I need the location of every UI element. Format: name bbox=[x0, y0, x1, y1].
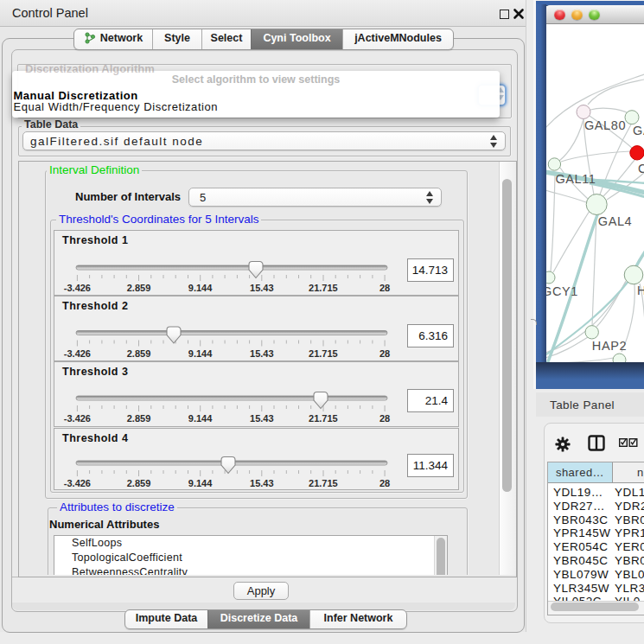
svg-text:GAL80: GAL80 bbox=[584, 118, 626, 132]
svg-text:C: C bbox=[638, 162, 644, 175]
svg-text:GCY1: GCY1 bbox=[546, 284, 578, 298]
svg-text:GAL4: GAL4 bbox=[598, 214, 632, 228]
svg-text:GA: GA bbox=[633, 124, 644, 137]
svg-text:HI: HI bbox=[637, 284, 644, 297]
svg-text:HAP2: HAP2 bbox=[592, 339, 627, 353]
svg-text:GAL11: GAL11 bbox=[555, 172, 596, 186]
